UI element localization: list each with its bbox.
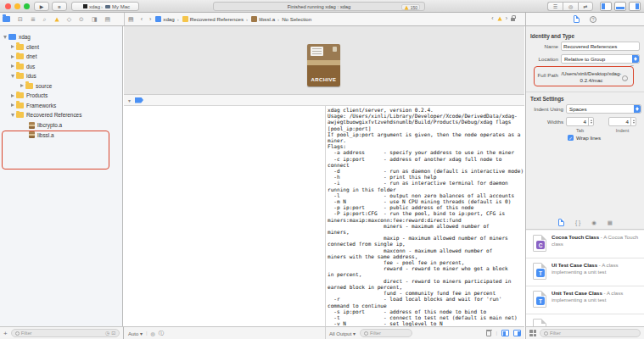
library-item-ui-test-case-class[interactable]: T UI Test Case Class - A class implement… — [526, 258, 644, 286]
next-issue-icon[interactable]: › — [506, 15, 507, 21]
add-button[interactable]: + — [3, 330, 8, 337]
breadcrumb-project[interactable]: xdag — [163, 16, 174, 22]
tree-row-folder[interactable]: dus — [0, 62, 123, 71]
disclosure-open-icon[interactable] — [11, 114, 14, 117]
symbol-navigator-icon[interactable]: ≣ — [31, 16, 36, 23]
recents-icon[interactable]: ◷ — [105, 331, 109, 336]
indent-using-dropdown[interactable]: Spaces — [566, 104, 641, 114]
disclosure-open-icon[interactable] — [11, 75, 14, 78]
forward-icon[interactable]: › — [149, 16, 151, 22]
issue-navigator-icon[interactable] — [54, 17, 59, 21]
version-editor-button[interactable]: ⇄ — [578, 2, 593, 11]
stepper-icon[interactable] — [588, 118, 593, 125]
variables-scope-dropdown[interactable]: Auto ▾ — [128, 331, 143, 336]
file-inspector-icon[interactable] — [574, 15, 580, 23]
tree-row-folder[interactable]: dnet — [0, 52, 123, 61]
tree-row-libcrypto[interactable]: libcrypto.a — [0, 120, 123, 130]
project-navigator-icon[interactable] — [3, 16, 10, 22]
disclosure-closed-icon[interactable] — [11, 45, 14, 48]
test-navigator-icon[interactable]: ◇ — [67, 16, 71, 23]
zoom-window-button[interactable] — [24, 3, 30, 9]
tree-row-recovered-references[interactable]: Recovered References — [0, 110, 123, 119]
back-icon[interactable]: ‹ — [141, 16, 143, 22]
code-snippet-library-icon[interactable]: { } — [575, 220, 580, 225]
text-settings-title: Text Settings — [530, 96, 564, 102]
stop-button[interactable]: ■ — [52, 2, 67, 11]
source-control-filter-icon[interactable]: ⊡ — [111, 331, 115, 336]
debug-navigator-icon[interactable]: ⊙ — [79, 16, 84, 23]
media-library-icon[interactable]: ▦ — [608, 220, 613, 226]
breadcrumb-file[interactable]: libssl.a — [259, 16, 275, 22]
disclosure-closed-icon[interactable] — [11, 103, 14, 107]
inspector-panel-icon — [636, 3, 639, 9]
quicklook-icon[interactable]: ◎ — [151, 331, 155, 336]
indent-value: Spaces — [569, 106, 587, 112]
close-window-button[interactable] — [5, 3, 11, 9]
scheme-selector[interactable]: xdag › My Mac — [71, 2, 139, 11]
breakpoint-navigator-icon[interactable]: ◨ — [92, 16, 98, 23]
indent-using-label: Indent Using — [526, 106, 563, 112]
previous-issue-icon[interactable]: ‹ — [491, 15, 493, 21]
find-navigator-icon[interactable]: ⌕ — [43, 16, 47, 23]
disclosure-closed-icon[interactable] — [20, 84, 24, 87]
disclosure-open-icon[interactable] — [3, 36, 7, 39]
run-button[interactable]: ▶ — [34, 2, 49, 11]
object-library-icon[interactable]: ◉ — [591, 220, 596, 226]
report-navigator-icon[interactable]: ▤ — [105, 16, 111, 23]
navigator-filter-field[interactable]: Filter ◷ ⊡ — [11, 329, 120, 337]
toggle-inspector-button[interactable] — [629, 2, 641, 11]
hide-debug-area-icon[interactable]: ▾ — [128, 97, 131, 103]
grid-view-icon[interactable] — [529, 330, 536, 336]
source-control-navigator-icon[interactable]: ⊟ — [18, 16, 23, 23]
library-item-list: C Cocoa Touch Class - A Cocoa Touch clas… — [526, 231, 644, 339]
disclosure-closed-icon[interactable] — [11, 55, 14, 58]
clear-console-icon[interactable] — [486, 331, 491, 336]
library-item-partial[interactable] — [526, 314, 644, 325]
tree-row-project[interactable]: xdag — [0, 32, 123, 42]
wrap-lines-checkbox[interactable]: ✓ — [568, 135, 574, 141]
tree-row-folder[interactable]: source — [0, 81, 123, 91]
standard-editor-icon: ☰ — [553, 3, 557, 9]
assistant-editor-button[interactable]: ◎ — [563, 2, 578, 11]
console-scope-dropdown[interactable]: All Output ▾ — [329, 331, 356, 336]
show-variables-view-toggle[interactable] — [501, 330, 509, 336]
navigator-panel-icon — [602, 3, 605, 9]
info-icon[interactable]: ⓘ — [159, 330, 164, 337]
console-filter-field[interactable]: Filter — [360, 329, 412, 337]
disclosure-closed-icon[interactable] — [11, 94, 14, 97]
divider: | — [146, 331, 148, 336]
breadcrumb-selection[interactable]: No Selection — [282, 16, 311, 22]
tree-row-folder[interactable]: ldus — [0, 71, 123, 81]
disclosure-closed-icon[interactable] — [11, 64, 14, 68]
debug-panel-icon — [616, 7, 624, 9]
tree-row-folder[interactable]: Frameworks — [0, 101, 123, 110]
archive-icon — [29, 122, 35, 129]
tree-row-folder[interactable]: client — [0, 42, 123, 52]
warning-count-badge[interactable]: 150 — [401, 4, 420, 10]
related-items-icon[interactable]: ▤ — [128, 16, 134, 23]
standard-editor-button[interactable]: ☰ — [547, 2, 563, 11]
tab-width-field[interactable]: 4 — [566, 117, 594, 126]
indent-width-field[interactable]: 4 — [608, 117, 636, 126]
filter-icon — [544, 331, 548, 336]
toolbar-secondary: ⊟ ≣ ⌕ ◇ ⊙ ◨ ▤ ▤ ‹ › xdag › Recovered Ref… — [0, 13, 644, 26]
library-item-cocoa-touch-class[interactable]: C Cocoa Touch Class - A Cocoa Touch clas… — [526, 231, 644, 258]
tree-row-folder[interactable]: Products — [0, 91, 123, 100]
tree-label: Products — [26, 92, 48, 98]
toggle-debug-area-button[interactable] — [614, 2, 626, 11]
library-filter-field[interactable]: Filter — [540, 329, 641, 337]
inspector-tab-bar: ? — [525, 13, 644, 25]
file-template-library-icon[interactable] — [558, 219, 564, 226]
breakpoints-toggle-icon[interactable] — [135, 97, 143, 103]
library-item-unit-test-case-class[interactable]: T Unit Test Case Class - A class impleme… — [526, 286, 644, 314]
stepper-icon[interactable] — [630, 118, 636, 125]
toggle-navigator-button[interactable] — [600, 2, 612, 11]
folder-icon — [25, 83, 33, 89]
name-field[interactable] — [561, 42, 640, 51]
location-dropdown[interactable]: Relative to Group — [561, 54, 640, 64]
breadcrumb-group[interactable]: Recovered References — [190, 16, 244, 22]
minimize-window-button[interactable] — [14, 3, 20, 9]
show-console-view-toggle[interactable] — [513, 330, 521, 336]
console-output[interactable]: xdag client/server, version 0.2.4. Usage… — [326, 106, 524, 326]
quick-help-icon[interactable]: ? — [590, 16, 596, 23]
